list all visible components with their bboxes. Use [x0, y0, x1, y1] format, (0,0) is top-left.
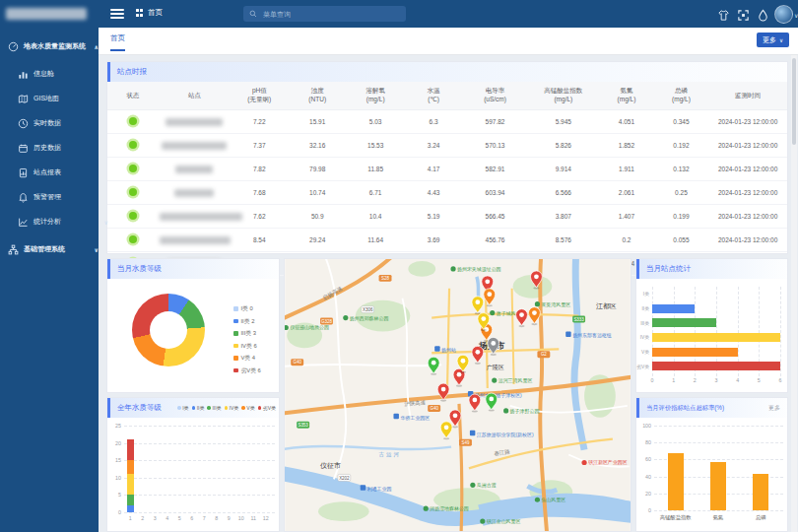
- poi-icon: [565, 331, 570, 336]
- park-poi-icon: [492, 378, 497, 383]
- table-row[interactable]: 7.3732.1615.533.24570.135.8261.8520.1922…: [107, 134, 787, 158]
- history-icon: [18, 143, 29, 154]
- vertical-scrollbar[interactable]: [791, 54, 797, 532]
- hbar-bar[interactable]: [652, 318, 716, 327]
- station-report-table: 状态站点pH值(无量纲)浊度(NTU)溶解氧(mg/L)水温(℃)电导率(uS/…: [107, 82, 787, 276]
- search-input[interactable]: [261, 10, 400, 19]
- road-shield-label: S49: [461, 440, 469, 445]
- hbar-bar[interactable]: [652, 333, 780, 342]
- legend-item[interactable]: III类: [207, 405, 221, 411]
- legend-item[interactable]: V类: [241, 405, 254, 411]
- panel-title-station-stats: 当月站点统计: [636, 259, 787, 279]
- road-shield-label: G40: [430, 406, 438, 411]
- park-poi-icon: [480, 518, 485, 523]
- status-indicator: [129, 165, 137, 172]
- sidebar-item-5[interactable]: 预警管理: [0, 186, 116, 208]
- map-city-label: 广陵区: [487, 364, 504, 370]
- map-park-label: 仪征捺山地质公园: [290, 324, 329, 331]
- legend-item[interactable]: III类 3: [233, 329, 261, 338]
- donut-legend: I类 0II类 2III类 3IV类 6V类 4劣V类 6: [233, 304, 261, 378]
- app-logo: [6, 8, 87, 20]
- more-button[interactable]: 更多∨: [757, 33, 789, 47]
- road-shield-label: S28: [381, 276, 389, 281]
- legend-item[interactable]: II类: [192, 405, 205, 411]
- table-row[interactable]: 7.6250.910.45.19566.453.8071.4070.199202…: [107, 205, 787, 229]
- exceed-rate-bar[interactable]: [753, 474, 768, 510]
- legend-item[interactable]: IV类: [225, 405, 239, 411]
- month-quality-panel: 当月水质等级 I类 0II类 2III类 3IV类 6V类 4劣V类 6: [106, 258, 280, 393]
- sidebar-item-1[interactable]: GIS地图: [0, 88, 116, 109]
- stacked-bar-segment[interactable]: [127, 505, 134, 512]
- table-row[interactable]: 7.6810.746.714.43603.946.5662.0610.25202…: [107, 181, 787, 205]
- water-drop-icon[interactable]: [757, 8, 769, 21]
- sidebar-item-6[interactable]: 统计分析∨: [0, 211, 116, 233]
- user-avatar[interactable]: [774, 5, 793, 24]
- station-stats-hbar-chart: 0123456I类II类III类IV类V类劣V类: [636, 279, 787, 392]
- stacked-bar-segment[interactable]: [127, 474, 134, 495]
- legend-item[interactable]: IV类 6: [233, 342, 261, 351]
- legend-item[interactable]: I类: [177, 405, 188, 411]
- column-header: 电导率(uS/cm): [463, 82, 528, 110]
- sidebar-item-4[interactable]: 站点报表: [0, 162, 116, 183]
- tab-bar: 首页 更多∨: [99, 28, 798, 55]
- hbar-bar[interactable]: [652, 348, 738, 357]
- station-name-redacted: [174, 189, 214, 197]
- gis-map-panel: G40G328S28G2S49G40S353S333X306X202 扬州市江都…: [284, 258, 632, 532]
- sidebar-item-3[interactable]: 历史数据: [0, 137, 116, 159]
- sidebar-group-basic-mgmt[interactable]: 基础管理系统∨: [0, 238, 106, 260]
- status-indicator: [129, 235, 137, 243]
- station-name-redacted: [166, 118, 223, 126]
- column-header: 高锰酸盐指数(mg/L): [527, 82, 599, 110]
- column-header: 氨氮(mg/L): [599, 82, 653, 110]
- status-indicator: [129, 188, 137, 196]
- skin-theme-icon[interactable]: [717, 8, 730, 21]
- layout-capture-icon[interactable]: [737, 8, 750, 21]
- sidebar-item-0[interactable]: 信息舱: [0, 63, 116, 85]
- park-poi-icon: [535, 498, 540, 502]
- gis-map[interactable]: G40G328S28G2S49G40S353S333X306X202 扬州市江都…: [285, 259, 631, 531]
- legend-item[interactable]: 劣V类 6: [233, 366, 261, 375]
- table-row[interactable]: 7.8279.9811.854.17582.919.9141.9110.1322…: [107, 158, 787, 181]
- status-indicator: [129, 212, 137, 220]
- map-park-label: 瓜洲古渡: [477, 482, 497, 489]
- exceed-rate-more-link[interactable]: 更多: [768, 404, 780, 413]
- road-shield-label: G40: [293, 360, 301, 365]
- map-park-label: 扬州西郊森林公园: [350, 315, 389, 322]
- legend-item[interactable]: V类 4: [233, 354, 261, 363]
- sidebar-item-2[interactable]: 实时数据: [0, 112, 116, 134]
- station-name-redacted: [160, 213, 242, 221]
- map-poi-label: 扬州站: [441, 347, 456, 354]
- park-poi-icon: [490, 310, 495, 315]
- month-station-stats-panel: 当月站点统计 0123456I类II类III类IV类V类劣V类: [635, 258, 788, 393]
- hbar-bar[interactable]: [652, 304, 695, 313]
- park-poi-icon: [503, 408, 508, 413]
- breadcrumb[interactable]: 首页: [136, 8, 163, 18]
- tab-home[interactable]: 首页: [110, 33, 125, 51]
- user-menu-caret[interactable]: ∨: [794, 12, 798, 19]
- sidebar-group-surface-water[interactable]: 地表水质量监测系统∧: [0, 35, 106, 57]
- map-park-label: 茱萸湾风景区: [541, 301, 570, 308]
- top-header: 首页 ∨ ∨: [99, 0, 798, 28]
- map-poi-label: 江苏旅游职业学院(新校区): [477, 432, 534, 438]
- road-shield-label: S333: [573, 317, 584, 322]
- park-poi-icon: [450, 266, 455, 271]
- exceed-rate-bar[interactable]: [668, 453, 684, 510]
- table-row[interactable]: 7.2215.915.036.3597.825.9454.0510.345202…: [107, 110, 787, 134]
- hamburger-menu-icon[interactable]: [110, 9, 124, 19]
- station-name-redacted: [162, 142, 227, 150]
- park-poi-icon: [535, 301, 540, 306]
- legend-item[interactable]: II类 2: [233, 317, 261, 326]
- stacked-bar-segment[interactable]: [127, 439, 134, 460]
- poi-icon: [434, 346, 439, 351]
- panel-title-year-quality: 全年水质等级 I类II类III类IV类V类劣V类: [107, 398, 279, 418]
- column-header: 总磷(mg/L): [654, 82, 708, 110]
- stacked-bar-segment[interactable]: [127, 460, 134, 474]
- chevron-icon: ∧: [94, 43, 99, 50]
- hbar-bar[interactable]: [652, 362, 780, 370]
- legend-item[interactable]: I类 0: [233, 304, 261, 313]
- map-city-label: 仪征市: [320, 462, 341, 470]
- table-row[interactable]: 8.5429.2411.643.69456.768.5760.20.055202…: [107, 229, 787, 252]
- exceed-rate-bar[interactable]: [710, 462, 726, 510]
- legend-item[interactable]: 劣V类: [258, 405, 276, 411]
- stacked-bar-segment[interactable]: [127, 495, 134, 505]
